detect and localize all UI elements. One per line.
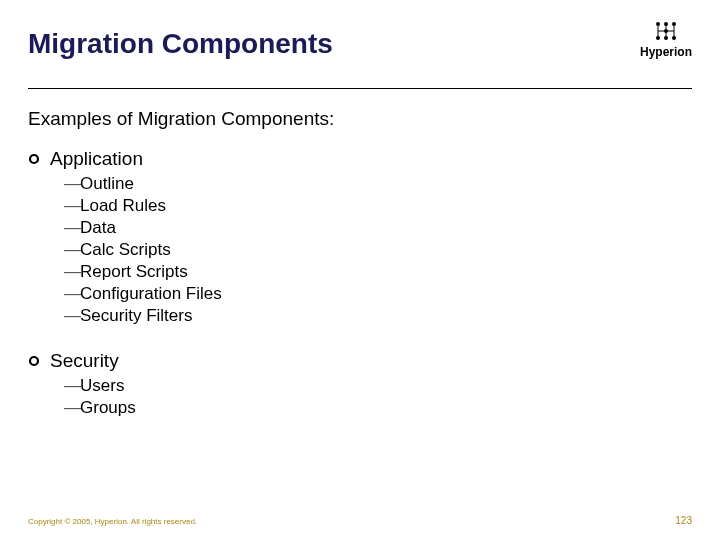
dash-icon: — — [64, 284, 80, 304]
sub-list-item: —Load Rules — [64, 196, 692, 216]
list-item: Application — [28, 148, 692, 170]
title-divider — [28, 88, 692, 89]
svg-point-5 — [656, 36, 660, 40]
sub-list-item: —Groups — [64, 398, 692, 418]
sub-list-item: —Outline — [64, 174, 692, 194]
dash-icon: — — [64, 174, 80, 194]
dash-icon: — — [64, 376, 80, 396]
dash-icon: — — [64, 218, 80, 238]
list-item: Security — [28, 350, 692, 372]
svg-point-8 — [664, 36, 668, 40]
sub-list-item-label: Report Scripts — [80, 262, 188, 282]
slide-title: Migration Components — [28, 28, 333, 60]
svg-point-9 — [672, 22, 676, 26]
sub-list-item-label: Outline — [80, 174, 134, 194]
sub-list-item-label: Load Rules — [80, 196, 166, 216]
sub-list-item-label: Security Filters — [80, 306, 192, 326]
slide-body: Examples of Migration Components: Applic… — [28, 108, 692, 420]
list-item-label: Application — [50, 148, 143, 170]
dash-icon: — — [64, 306, 80, 326]
sub-list-item: —Users — [64, 376, 692, 396]
svg-point-12 — [30, 357, 38, 365]
svg-point-6 — [664, 22, 668, 26]
dash-icon: — — [64, 398, 80, 418]
svg-point-7 — [664, 29, 668, 33]
brand-logo: Hyperion — [640, 20, 692, 59]
sub-list-item: —Report Scripts — [64, 262, 692, 282]
svg-point-11 — [30, 155, 38, 163]
list-item-label: Security — [50, 350, 119, 372]
copyright-text: Copyright © 2005, Hyperion. All rights r… — [28, 517, 197, 526]
sub-list-item-label: Groups — [80, 398, 136, 418]
svg-point-4 — [656, 22, 660, 26]
sub-list-item: —Calc Scripts — [64, 240, 692, 260]
sub-list-item: —Configuration Files — [64, 284, 692, 304]
slide-footer: Copyright © 2005, Hyperion. All rights r… — [28, 515, 692, 526]
bullet-ring-icon — [28, 148, 40, 170]
sub-list-item: —Data — [64, 218, 692, 238]
hyperion-logo-icon — [652, 20, 680, 42]
sub-list-item-label: Users — [80, 376, 124, 396]
sub-list-item-label: Data — [80, 218, 116, 238]
dash-icon: — — [64, 262, 80, 282]
sub-list-item-label: Calc Scripts — [80, 240, 171, 260]
slide: Migration Components Hyperion Examples o — [0, 0, 720, 540]
dash-icon: — — [64, 196, 80, 216]
dash-icon: — — [64, 240, 80, 260]
svg-point-10 — [672, 36, 676, 40]
page-number: 123 — [675, 515, 692, 526]
sub-list-item: —Security Filters — [64, 306, 692, 326]
intro-text: Examples of Migration Components: — [28, 108, 692, 130]
bullet-ring-icon — [28, 350, 40, 372]
brand-logo-text: Hyperion — [640, 45, 692, 59]
sub-list-item-label: Configuration Files — [80, 284, 222, 304]
